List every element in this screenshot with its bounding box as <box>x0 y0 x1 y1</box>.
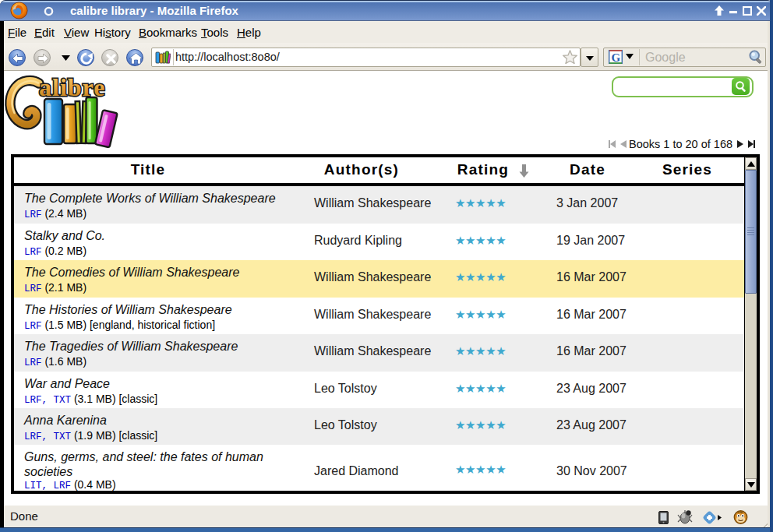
svg-text:alibre: alibre <box>39 73 105 101</box>
svg-text:G: G <box>612 51 621 64</box>
